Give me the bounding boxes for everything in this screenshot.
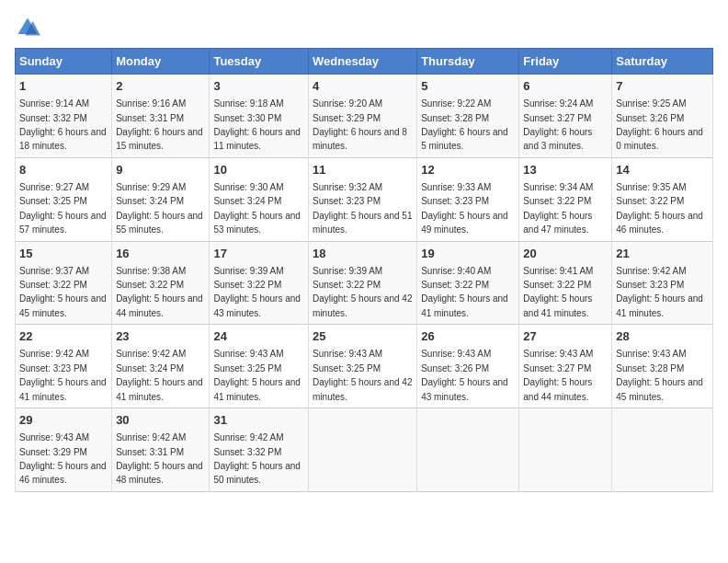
day-info: Sunrise: 9:14 AMSunset: 3:32 PMDaylight:… [19,98,107,151]
day-info: Sunrise: 9:40 AMSunset: 3:22 PMDaylight:… [421,266,508,318]
calendar-day-cell: 7 Sunrise: 9:25 AMSunset: 3:26 PMDayligh… [612,75,713,158]
day-info: Sunrise: 9:27 AMSunset: 3:25 PMDaylight:… [19,182,107,235]
day-of-week-header: Saturday [612,49,713,75]
day-number: 29 [19,412,108,429]
calendar-day-cell [309,408,417,492]
day-info: Sunrise: 9:43 AMSunset: 3:25 PMDaylight:… [213,349,301,401]
day-info: Sunrise: 9:18 AMSunset: 3:30 PMDaylight:… [213,98,301,151]
day-info: Sunrise: 9:20 AMSunset: 3:29 PMDaylight:… [313,98,407,151]
day-number: 8 [19,162,108,178]
calendar-day-cell: 29 Sunrise: 9:43 AMSunset: 3:29 PMDaylig… [16,408,112,492]
calendar-week-row: 15 Sunrise: 9:37 AMSunset: 3:22 PMDaylig… [16,241,713,325]
calendar-day-cell: 3 Sunrise: 9:18 AMSunset: 3:30 PMDayligh… [210,75,309,158]
day-number: 3 [213,78,304,95]
day-info: Sunrise: 9:34 AMSunset: 3:22 PMDaylight:… [523,182,593,235]
calendar-week-row: 1 Sunrise: 9:14 AMSunset: 3:32 PMDayligh… [16,75,713,158]
calendar-day-cell: 2 Sunrise: 9:16 AMSunset: 3:31 PMDayligh… [112,75,210,158]
calendar-day-cell: 25 Sunrise: 9:43 AMSunset: 3:25 PMDaylig… [309,325,417,408]
calendar-day-cell: 20 Sunrise: 9:41 AMSunset: 3:22 PMDaylig… [519,241,612,325]
day-of-week-header: Sunday [16,49,112,75]
day-info: Sunrise: 9:16 AMSunset: 3:31 PMDaylight:… [116,98,203,151]
calendar-body: 1 Sunrise: 9:14 AMSunset: 3:32 PMDayligh… [16,75,713,492]
calendar-day-cell: 11 Sunrise: 9:32 AMSunset: 3:23 PMDaylig… [309,157,417,241]
day-number: 28 [616,328,709,345]
calendar-day-cell: 26 Sunrise: 9:43 AMSunset: 3:26 PMDaylig… [417,325,519,408]
day-of-week-header: Friday [519,49,612,75]
day-info: Sunrise: 9:32 AMSunset: 3:23 PMDaylight:… [313,182,412,235]
calendar-day-cell [519,408,612,492]
day-number: 23 [116,328,205,345]
day-number: 26 [421,328,515,345]
day-number: 15 [19,246,108,262]
day-info: Sunrise: 9:39 AMSunset: 3:22 PMDaylight:… [313,266,412,318]
calendar-day-cell: 24 Sunrise: 9:43 AMSunset: 3:25 PMDaylig… [210,325,309,408]
day-info: Sunrise: 9:24 AMSunset: 3:27 PMDaylight:… [523,98,593,151]
day-number: 5 [421,78,515,95]
day-number: 10 [213,162,304,178]
day-info: Sunrise: 9:43 AMSunset: 3:28 PMDaylight:… [616,349,703,401]
day-of-week-header: Tuesday [210,49,309,75]
day-number: 21 [616,246,709,262]
day-of-week-header: Monday [112,49,210,75]
calendar-day-cell: 21 Sunrise: 9:42 AMSunset: 3:23 PMDaylig… [612,241,713,325]
day-number: 2 [116,78,205,95]
calendar-day-cell: 22 Sunrise: 9:42 AMSunset: 3:23 PMDaylig… [16,325,112,408]
day-number: 9 [116,162,205,178]
day-number: 17 [213,246,304,262]
calendar-day-cell [417,408,519,492]
calendar-day-cell: 23 Sunrise: 9:42 AMSunset: 3:24 PMDaylig… [112,325,210,408]
calendar-day-cell: 16 Sunrise: 9:38 AMSunset: 3:22 PMDaylig… [112,241,210,325]
calendar-day-cell: 19 Sunrise: 9:40 AMSunset: 3:22 PMDaylig… [417,241,519,325]
day-info: Sunrise: 9:25 AMSunset: 3:26 PMDaylight:… [616,98,703,151]
calendar-day-cell: 17 Sunrise: 9:39 AMSunset: 3:22 PMDaylig… [210,241,309,325]
calendar-day-cell: 15 Sunrise: 9:37 AMSunset: 3:22 PMDaylig… [16,241,112,325]
day-info: Sunrise: 9:39 AMSunset: 3:22 PMDaylight:… [213,266,301,318]
calendar-day-cell: 27 Sunrise: 9:43 AMSunset: 3:27 PMDaylig… [519,325,612,408]
calendar-week-row: 29 Sunrise: 9:43 AMSunset: 3:29 PMDaylig… [16,408,713,492]
day-number: 6 [523,78,608,95]
day-number: 12 [421,162,515,178]
day-number: 22 [19,328,108,345]
calendar-day-cell: 5 Sunrise: 9:22 AMSunset: 3:28 PMDayligh… [417,75,519,158]
calendar-day-cell: 13 Sunrise: 9:34 AMSunset: 3:22 PMDaylig… [519,157,612,241]
calendar-table: SundayMondayTuesdayWednesdayThursdayFrid… [15,48,713,492]
day-info: Sunrise: 9:42 AMSunset: 3:23 PMDaylight:… [616,266,703,318]
day-info: Sunrise: 9:42 AMSunset: 3:24 PMDaylight:… [116,349,203,401]
day-number: 11 [313,162,413,178]
calendar-day-cell: 4 Sunrise: 9:20 AMSunset: 3:29 PMDayligh… [309,75,417,158]
day-info: Sunrise: 9:30 AMSunset: 3:24 PMDaylight:… [213,182,301,235]
day-info: Sunrise: 9:38 AMSunset: 3:22 PMDaylight:… [116,266,203,318]
calendar-day-cell: 10 Sunrise: 9:30 AMSunset: 3:24 PMDaylig… [210,157,309,241]
day-info: Sunrise: 9:43 AMSunset: 3:27 PMDaylight:… [523,349,593,401]
calendar-day-cell: 9 Sunrise: 9:29 AMSunset: 3:24 PMDayligh… [112,157,210,241]
day-info: Sunrise: 9:22 AMSunset: 3:28 PMDaylight:… [421,98,508,151]
day-of-week-header: Thursday [417,49,519,75]
day-info: Sunrise: 9:43 AMSunset: 3:25 PMDaylight:… [313,349,412,401]
day-number: 27 [523,328,608,345]
day-info: Sunrise: 9:42 AMSunset: 3:31 PMDaylight:… [116,432,203,485]
calendar-day-cell: 12 Sunrise: 9:33 AMSunset: 3:23 PMDaylig… [417,157,519,241]
calendar-day-cell: 8 Sunrise: 9:27 AMSunset: 3:25 PMDayligh… [16,157,112,241]
calendar-day-cell: 6 Sunrise: 9:24 AMSunset: 3:27 PMDayligh… [519,75,612,158]
day-number: 24 [213,328,304,345]
day-number: 31 [213,412,304,429]
day-number: 30 [116,412,205,429]
day-of-week-header: Wednesday [309,49,417,75]
day-info: Sunrise: 9:29 AMSunset: 3:24 PMDaylight:… [116,182,203,235]
calendar-week-row: 8 Sunrise: 9:27 AMSunset: 3:25 PMDayligh… [16,157,713,241]
day-info: Sunrise: 9:41 AMSunset: 3:22 PMDaylight:… [523,266,593,318]
day-info: Sunrise: 9:33 AMSunset: 3:23 PMDaylight:… [421,182,508,235]
calendar-day-cell: 28 Sunrise: 9:43 AMSunset: 3:28 PMDaylig… [612,325,713,408]
calendar-day-cell [612,408,713,492]
calendar-header-row: SundayMondayTuesdayWednesdayThursdayFrid… [16,49,713,75]
day-number: 20 [523,246,608,262]
day-info: Sunrise: 9:35 AMSunset: 3:22 PMDaylight:… [616,182,703,235]
calendar-day-cell: 31 Sunrise: 9:42 AMSunset: 3:32 PMDaylig… [210,408,309,492]
day-number: 14 [616,162,709,178]
page-header [15,15,713,40]
day-number: 18 [313,246,413,262]
day-number: 16 [116,246,205,262]
day-number: 7 [616,78,709,95]
day-info: Sunrise: 9:37 AMSunset: 3:22 PMDaylight:… [19,266,107,318]
calendar-day-cell: 18 Sunrise: 9:39 AMSunset: 3:22 PMDaylig… [309,241,417,325]
